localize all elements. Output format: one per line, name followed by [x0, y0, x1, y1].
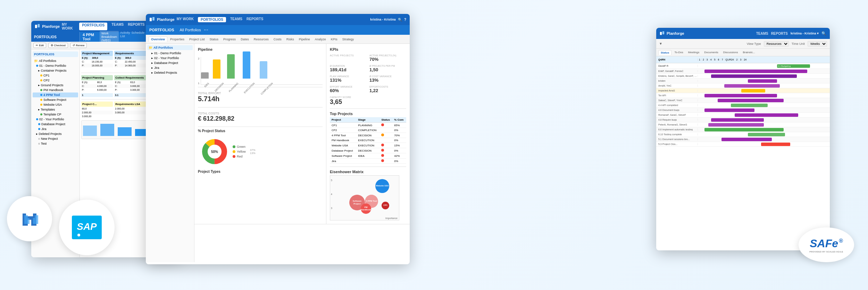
tab-overview[interactable]: Overview: [149, 37, 167, 42]
view-type-select[interactable]: Resources: [764, 41, 789, 47]
legend-yellow: Yellow: [233, 150, 246, 153]
div-1: [198, 87, 323, 87]
bubble-cp1: CP1: [382, 202, 389, 209]
tab-schedule[interactable]: Schedule: [131, 31, 144, 43]
table-row[interactable]: CP2 COMPLETION 0%: [330, 128, 406, 133]
sidebar-item-cp1[interactable]: CP1: [33, 73, 78, 78]
sidebar-item-deleted[interactable]: ▸ Deleted Projects: [33, 131, 78, 136]
nav-left: MY WORK PORTFOLIOS TEAMS REPORTS: [62, 23, 145, 30]
table-row[interactable]: Software Project IDEA 42%: [330, 153, 406, 159]
win-header-right: Planforge TEAMS REPORTS kristina - Krist…: [656, 28, 830, 39]
nav-portfolios[interactable]: PORTFOLIOS: [79, 23, 107, 30]
tab-dates[interactable]: Dates: [239, 37, 251, 42]
more-icon[interactable]: ···: [204, 27, 208, 33]
tree-deleted[interactable]: ▸ Deleted Projects: [151, 70, 193, 75]
table-row[interactable]: Database Project DECISION 0%: [330, 148, 406, 153]
tree-jira[interactable]: ▸ Jira: [151, 65, 193, 70]
tab-bar-center: Overview Properties Project List Status …: [146, 35, 410, 44]
eisenhower-title: Eisenhower Matrix: [330, 170, 406, 174]
tab-kpis[interactable]: KPIs: [329, 37, 340, 42]
nav-reports-r[interactable]: REPORTS: [771, 32, 788, 35]
table-row[interactable]: PM Handbook EXECUTION 0%: [330, 138, 406, 143]
kpis-section: KPIs ACTIVE PROJECTS ACTIVE PROJECTS (%)…: [326, 44, 410, 224]
tab-properties[interactable]: Properties: [168, 37, 186, 42]
main-wrapper: Planforge MY WORK PORTFOLIOS TEAMS REPOR…: [0, 0, 868, 290]
gantt-row-budgeting: DavidF R 0.1 Budgeting: [656, 63, 830, 69]
tree-db[interactable]: ▸ Database Project: [151, 61, 193, 65]
tab-status[interactable]: Status: [208, 37, 221, 42]
nav-teams[interactable]: TEAMS: [111, 23, 124, 30]
sidebar-item-container[interactable]: ▸ Container Projects: [33, 68, 78, 73]
grid-pm: Project Management E (h):309,0 C:16.150,…: [81, 51, 113, 71]
tab-strategy[interactable]: Strategy: [340, 37, 356, 42]
svg-text:50%: 50%: [211, 150, 218, 154]
sidebar-item-jira[interactable]: Jira: [33, 127, 78, 131]
gantt-week-header: Q4/R4 1 2 3 4 5 6 7 Q1/R24 2 3 24: [656, 56, 830, 63]
top-div: [330, 167, 406, 167]
sidebar-item-cp2[interactable]: CP2: [33, 78, 78, 83]
sidebar-item-db[interactable]: Database Project: [33, 122, 78, 127]
kpis-title: KPIs: [330, 47, 406, 51]
sidebar-item-4ppm[interactable]: 4 PPM Tool: [33, 92, 78, 97]
time-unit-select[interactable]: Weeks: [808, 41, 827, 47]
pipeline-title: Pipeline: [198, 47, 323, 51]
nav-my-work[interactable]: MY WORK: [62, 23, 75, 30]
sidebar-item-your-portfolio[interactable]: 02 - Your Portfolio: [33, 117, 78, 122]
nav-my-work-c[interactable]: MY WORK: [177, 17, 194, 22]
sidebar-item-new[interactable]: ○ New Project: [33, 136, 78, 141]
tab-pipeline[interactable]: Pipeline: [297, 37, 312, 42]
sidebar-item-software[interactable]: Software Project: [33, 97, 78, 102]
header-logo-right: Planforge: [667, 31, 684, 35]
sidebar-item-test[interactable]: ○ Test: [33, 141, 78, 146]
tab-brainstorm[interactable]: Brainstc...: [741, 50, 757, 55]
nav-portfolios-c[interactable]: PORTFOLIOS: [198, 17, 226, 22]
edit-btn[interactable]: ✏ Edit: [33, 43, 46, 48]
search-icon-right[interactable]: 🔍: [821, 31, 826, 36]
help-icon-center[interactable]: ?: [404, 18, 406, 22]
tree-all[interactable]: 📁 All Portfolios: [147, 45, 193, 50]
sidebar-item-demo[interactable]: 01 - Demo Portfolio: [33, 63, 78, 68]
sidebar-item-all[interactable]: 📁 All Portfolios: [33, 58, 78, 63]
tab-discussions[interactable]: Discussions: [721, 50, 740, 55]
tab-documents[interactable]: Documents: [702, 50, 720, 55]
sidebar-item-ground[interactable]: ▸ Ground Projects: [33, 83, 78, 88]
tree-your[interactable]: ▸ 02 - Your Portfolio: [151, 56, 193, 61]
renew-btn[interactable]: ↺ Renew: [70, 43, 87, 48]
tab-activity[interactable]: Activity List: [120, 31, 130, 43]
planforge-icon-left: [35, 24, 40, 29]
table-row[interactable]: 4 PPM Tool DECISION 70%: [330, 133, 406, 138]
user-right[interactable]: kristina - Kristina ▾: [791, 32, 819, 35]
logo-sap: SAP: [59, 200, 115, 255]
safe-sub: PROVIDED BY SCALED AGILE: [809, 251, 843, 253]
table-row[interactable]: Website USA EXECUTION 15%: [330, 143, 406, 148]
nav-teams-c[interactable]: TEAMS: [230, 17, 242, 22]
tab-wbs[interactable]: Work Breakdown (WBS): [100, 31, 119, 43]
filter-icon[interactable]: ▼: [659, 42, 662, 46]
header-logo-left: Planforge: [42, 24, 60, 29]
checkout-btn[interactable]: ⚙ Checkout: [48, 43, 68, 48]
sidebar-item-website[interactable]: Website USA: [33, 102, 78, 107]
tab-meetings[interactable]: Meetings: [686, 50, 701, 55]
tab-status-r[interactable]: Status: [658, 50, 671, 55]
tab-todos[interactable]: To-Dos: [672, 50, 685, 55]
user-menu-center[interactable]: kristina - Kristina: [370, 18, 396, 21]
table-row[interactable]: CP1 PLANNING 65%: [330, 123, 406, 128]
sidebar-item-tcp[interactable]: Template CP: [33, 112, 78, 117]
eisenhower-section: Eisenhower Matrix Importance 5 4 3 Websi…: [330, 170, 406, 220]
kpis-grid: ACTIVE PROJECTS ACTIVE PROJECTS (%) 70% …: [330, 54, 406, 93]
search-icon-center[interactable]: 🔍: [398, 18, 402, 22]
tree-demo[interactable]: ▸ 01 - Demo Portfolio: [151, 51, 193, 56]
table-row[interactable]: Jira 0%: [330, 159, 406, 164]
tab-risks[interactable]: Risks: [284, 37, 296, 42]
nav-reports-c[interactable]: REPORTS: [247, 17, 263, 22]
donut-chart: 50%: [201, 138, 228, 166]
tab-resources[interactable]: Resources: [252, 37, 271, 42]
tab-costs[interactable]: Costs: [272, 37, 284, 42]
tab-progress[interactable]: Progress: [221, 37, 238, 42]
nav-reports[interactable]: REPORTS: [128, 23, 144, 30]
tab-project-list[interactable]: Project List: [187, 37, 207, 42]
sidebar-item-templates[interactable]: ▸ Templates: [33, 107, 78, 112]
nav-teams-r[interactable]: TEAMS: [756, 32, 768, 35]
sidebar-item-pmhandbook[interactable]: PM Handbook: [33, 88, 78, 92]
tab-analyze[interactable]: Analyze: [313, 37, 328, 42]
